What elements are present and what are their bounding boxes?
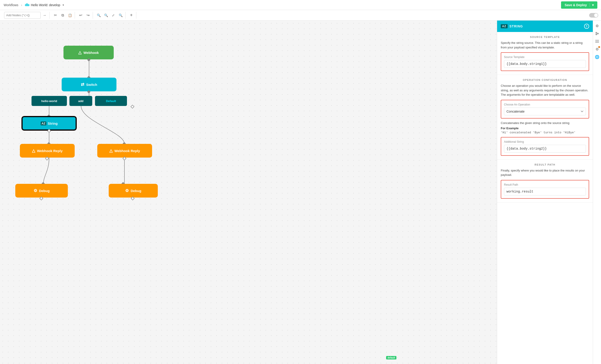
default-label: Default	[106, 99, 116, 103]
default-diamond[interactable]	[130, 105, 134, 109]
concat-description: Concatenates the given string onto the s…	[501, 121, 589, 125]
add-btn-group: +	[127, 12, 136, 19]
canvas[interactable]: △ Webhook ⇄ Switch hello-world add Defau…	[0, 20, 497, 364]
webhook-reply-1-node[interactable]: △ Webhook Reply	[20, 144, 75, 158]
git-btn[interactable]	[594, 30, 601, 37]
workflows-link[interactable]: Workflows	[4, 3, 18, 7]
hello-world-branch[interactable]: hello-world	[31, 96, 67, 106]
webhook-reply-2-label: Webhook Reply	[114, 149, 140, 153]
switch-label: Switch	[86, 83, 97, 87]
connections-svg	[0, 20, 497, 364]
operation-config-box: Choose An Operation Concatenate Split Re…	[501, 100, 589, 119]
svg-line-11	[597, 33, 598, 33]
additional-string-input[interactable]	[504, 145, 586, 152]
result-path-input[interactable]	[504, 188, 586, 195]
page-dropdown-arrow[interactable]: ▾	[63, 3, 64, 7]
string-node[interactable]: AZ String	[22, 116, 76, 130]
operation-config-desc: Choose an operation you would like to pe…	[501, 84, 589, 97]
layers-btn[interactable]	[594, 38, 601, 45]
default-branch[interactable]: Default	[95, 96, 127, 106]
webhook-reply-2-icon: △	[109, 148, 113, 153]
source-template-input[interactable]	[504, 60, 586, 68]
svg-line-12	[597, 34, 598, 34]
operation-config-section: OPERATION CONFIGURATION Choose an operat…	[497, 75, 593, 160]
help-icon[interactable]: ?	[584, 24, 589, 29]
zoom-reset-btn[interactable]: 🔍	[117, 12, 124, 19]
source-template-title: SOURCE TEMPLATE	[501, 36, 589, 38]
panel-title: STRING	[510, 24, 523, 28]
save-deploy-dropdown-arrow[interactable]: ▾	[590, 3, 594, 7]
right-panel: AZ STRING ? SOURCE TEMPLATE Specify the …	[497, 20, 593, 364]
debug-1-label: Debug	[39, 189, 50, 193]
top-nav: Workflows › Hello World: develop ▾ Save …	[0, 0, 601, 10]
webhook-reply-2-node[interactable]: △ Webhook Reply	[97, 144, 152, 158]
toolbar: → ✂ ⧉ 📋 ↩ ↪ 🔍 🔍 ⤢ 🔍 +	[0, 10, 601, 20]
fit-btn[interactable]: ⤢	[110, 12, 117, 19]
cloud-icon	[25, 3, 30, 7]
debug-2-icon: ⚙	[125, 188, 129, 193]
concat-info: Concatenates the given string onto the s…	[501, 121, 589, 134]
operation-field-label: Choose An Operation	[504, 103, 586, 106]
default-badge: default	[386, 356, 396, 359]
debug-2-node[interactable]: ⚙ Debug	[109, 184, 158, 198]
for-example-label: For Example	[501, 127, 589, 130]
add-label: add	[78, 99, 83, 103]
breadcrumb-area: Workflows › Hello World: develop ▾	[4, 3, 64, 7]
result-path-box: Result Path	[501, 180, 589, 199]
undo-btn[interactable]: ↩	[77, 12, 84, 19]
redo-btn[interactable]: ↪	[84, 12, 91, 19]
webhook-node[interactable]: △ Webhook	[63, 46, 114, 59]
svg-rect-1	[26, 3, 28, 5]
edit-tools-group: ✂ ⧉ 📋	[50, 12, 75, 19]
history-tools-group: ↩ ↪	[76, 12, 93, 19]
webhook-reply-1-icon: △	[32, 148, 35, 153]
header-title-area: AZ STRING	[501, 24, 523, 28]
globe-btn[interactable]: 🌐	[594, 53, 601, 60]
operation-config-title: OPERATION CONFIGURATION	[501, 79, 589, 81]
example-text: 'Hi' concatenated 'Bye' turns into 'HiBy…	[501, 131, 589, 134]
source-template-desc: Specify the string source. This can be a…	[501, 41, 589, 50]
save-deploy-button[interactable]: Save & Deploy ▾	[561, 1, 597, 9]
result-path-field-label: Result Path	[504, 183, 586, 186]
right-sidebar: ⚙ ⚙ 🌐	[593, 20, 601, 364]
add-nodes-group: →	[3, 12, 50, 19]
debug-1-node[interactable]: ⚙ Debug	[15, 184, 68, 198]
result-path-desc: Finally, specify where you would like to…	[501, 168, 589, 177]
warning-settings-btn[interactable]: ⚙	[594, 46, 601, 52]
svg-point-7	[596, 32, 597, 33]
string-az-icon: AZ	[41, 121, 46, 125]
zoom-out-btn[interactable]: 🔍	[102, 12, 109, 19]
cut-btn[interactable]: ✂	[52, 12, 59, 19]
add-btn[interactable]: +	[128, 12, 135, 19]
operation-select[interactable]: Concatenate Split Replace Trim Length	[504, 108, 586, 115]
paste-btn[interactable]: 📋	[66, 12, 73, 19]
current-page-label: Hello World: develop	[31, 3, 60, 7]
toggle-area	[589, 13, 598, 18]
switch-node[interactable]: ⇄ Switch	[62, 78, 116, 91]
toggle-switch[interactable]	[589, 13, 598, 18]
debug-2-label: Debug	[130, 189, 141, 193]
source-template-box: Source Template	[501, 52, 589, 71]
settings-btn[interactable]: ⚙	[594, 22, 601, 29]
svg-point-8	[596, 34, 597, 35]
string-label: String	[48, 121, 58, 125]
additional-string-label: Additional String	[504, 140, 586, 143]
source-template-field-label: Source Template	[504, 55, 586, 59]
main-area: △ Webhook ⇄ Switch hello-world add Defau…	[0, 20, 601, 364]
zoom-in-btn[interactable]: 🔍	[95, 12, 102, 19]
webhook-reply-1-label: Webhook Reply	[37, 149, 63, 153]
source-template-section: SOURCE TEMPLATE Specify the string sourc…	[497, 32, 593, 75]
svg-point-9	[598, 33, 599, 34]
switch-icon: ⇄	[81, 82, 84, 87]
result-path-title: RESULT PATH	[501, 163, 589, 166]
right-panel-content: SOURCE TEMPLATE Specify the string sourc…	[497, 32, 593, 364]
hello-world-label: hello-world	[41, 99, 57, 103]
save-deploy-label: Save & Deploy	[565, 3, 590, 7]
add-nodes-arrow-btn[interactable]: →	[41, 12, 48, 19]
breadcrumb-separator: ›	[21, 3, 22, 7]
right-panel-header: AZ STRING ?	[497, 20, 593, 32]
add-nodes-input[interactable]	[4, 12, 41, 19]
add-branch[interactable]: add	[70, 96, 92, 106]
copy-btn[interactable]: ⧉	[59, 12, 66, 19]
debug-1-icon: ⚙	[34, 188, 37, 193]
